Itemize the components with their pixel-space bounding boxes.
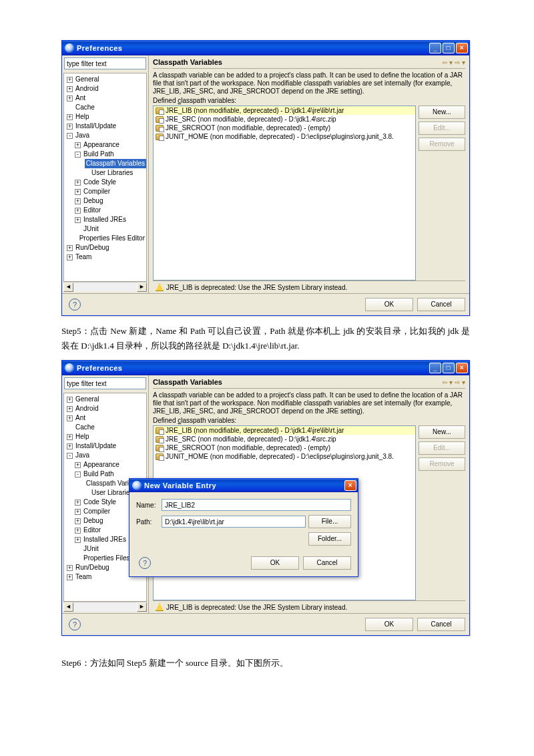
jar-icon [156,453,164,460]
expand-icon[interactable]: + [67,245,73,251]
collapse-icon[interactable]: - [67,133,73,139]
ok-button[interactable]: OK [251,556,299,570]
expand-icon[interactable]: + [75,198,81,204]
back-icon[interactable]: ⇦ [442,59,447,66]
jar-icon [156,108,164,114]
jar-icon [156,125,164,132]
cancel-button[interactable]: Cancel [417,618,465,631]
edit-button: Edit... [419,441,465,455]
warning-bar: JRE_LIB is deprecated: Use the JRE Syste… [153,280,465,293]
forward-icon[interactable]: ⇨ [455,59,460,66]
variable-item[interactable]: JRE_SRC (non modifiable, deprecated) - D… [154,435,415,443]
filter-input[interactable] [64,377,146,389]
expand-icon[interactable]: + [67,86,73,92]
variable-item[interactable]: JUNIT_HOME (non modifiable, deprecated) … [154,452,415,461]
help-icon[interactable]: ? [69,618,81,630]
page-title: Classpath Variables [153,58,222,66]
variable-item[interactable]: JUNIT_HOME (non modifiable, deprecated) … [154,132,415,141]
expand-icon[interactable]: + [75,142,81,148]
warning-icon [156,283,164,291]
cancel-button[interactable]: Cancel [303,556,351,570]
preferences-window-2: Preferences _ □ × +General +Android +Ant… [61,360,470,636]
maximize-button[interactable]: □ [443,43,455,53]
variable-item[interactable]: JRE_SRC (non modifiable, deprecated) - D… [154,115,415,124]
expand-icon[interactable]: + [75,217,81,223]
app-icon [65,363,74,373]
jar-icon [156,427,164,434]
expand-icon[interactable]: + [75,208,81,214]
window-title: Preferences [77,364,123,372]
titlebar[interactable]: Preferences _ □ × [62,41,469,55]
cancel-button[interactable]: Cancel [417,298,465,311]
app-icon [132,481,142,490]
collapse-icon[interactable]: - [75,152,81,158]
variable-list[interactable]: JRE_LIB (non modifiable, deprecated) - D… [153,106,416,280]
defined-label: Defined classpath variables: [153,97,465,104]
dialog-footer: ? OK Cancel [62,293,469,315]
warning-bar: JRE_LIB is deprecated: Use the JRE Syste… [153,600,465,613]
step6-caption: Step6：方法如同 Step5 新建一个 source 目录。如下图所示。 [61,656,470,671]
variable-item[interactable]: JRE_SRCROOT (non modifiable, deprecated)… [154,124,415,132]
edit-button: Edit... [419,122,465,135]
sidebar: +General +Android +Ant Cache +Help +Inst… [62,55,149,293]
close-button[interactable]: × [456,363,468,373]
help-icon[interactable]: ? [139,557,151,569]
window-title: Preferences [77,44,123,52]
filter-input[interactable] [64,57,146,69]
jar-icon [156,445,164,451]
forward-icon[interactable]: ⇨ [455,379,460,386]
expand-icon[interactable]: + [67,124,73,130]
dialog-titlebar[interactable]: New Variable Entry × [129,479,358,492]
minimize-button[interactable]: _ [429,43,441,53]
ok-button[interactable]: OK [365,618,413,631]
step5-caption: Step5：点击 New 新建，Name 和 Path 可以自己设置，Path … [61,324,470,353]
variable-item[interactable]: JRE_LIB (non modifiable, deprecated) - D… [154,426,415,435]
folder-button[interactable]: Folder... [308,532,351,546]
back-icon[interactable]: ⇦ [442,379,447,386]
tree-scrollbar[interactable]: ◄► [63,602,147,612]
expand-icon[interactable]: + [67,254,73,260]
warning-icon [156,603,164,611]
page-title: Classpath Variables [153,378,222,386]
tree-scrollbar[interactable]: ◄► [63,282,147,292]
preferences-window-1: Preferences _ □ × +General +Android +Ant… [61,40,470,316]
jar-icon [156,436,164,443]
new-variable-dialog: New Variable Entry × Name: Path: File...… [129,478,358,577]
expand-icon[interactable]: + [67,96,73,102]
variable-item[interactable]: JRE_SRCROOT (non modifiable, deprecated)… [154,443,415,452]
titlebar[interactable]: Preferences _ □ × [62,361,469,375]
close-button[interactable]: × [456,43,468,53]
remove-button: Remove [419,457,465,471]
new-button[interactable]: New... [419,106,465,119]
variable-item[interactable]: JRE_LIB (non modifiable, deprecated) - D… [154,106,415,115]
expand-icon[interactable]: + [75,180,81,186]
name-input[interactable] [162,499,351,511]
help-icon[interactable]: ? [69,299,81,311]
expand-icon[interactable]: + [67,114,73,120]
close-button[interactable]: × [344,480,356,491]
dialog-footer: ? OK Cancel [62,613,469,635]
remove-button: Remove [419,138,465,151]
name-label: Name: [136,502,159,509]
jar-icon [156,134,164,140]
ok-button[interactable]: OK [365,298,413,311]
description-text: A classpath variable can be added to a p… [153,71,465,96]
content-pane: Classpath Variables ⇦ ▾ ⇨ ▾ A classpath … [149,55,469,293]
dialog-title: New Variable Entry [144,482,216,490]
minimize-button[interactable]: _ [429,363,441,373]
maximize-button[interactable]: □ [443,363,455,373]
preferences-tree[interactable]: +General +Android +Ant Cache +Help +Inst… [63,73,147,282]
expand-icon[interactable]: + [67,77,73,83]
app-icon [65,43,74,53]
path-input[interactable] [162,516,306,528]
file-button[interactable]: File... [308,515,351,528]
path-label: Path: [136,518,159,526]
new-button[interactable]: New... [419,425,465,439]
jar-icon [156,116,164,123]
tree-item-classpath-variables: Classpath Variables [64,159,146,168]
expand-icon[interactable]: + [75,189,81,195]
